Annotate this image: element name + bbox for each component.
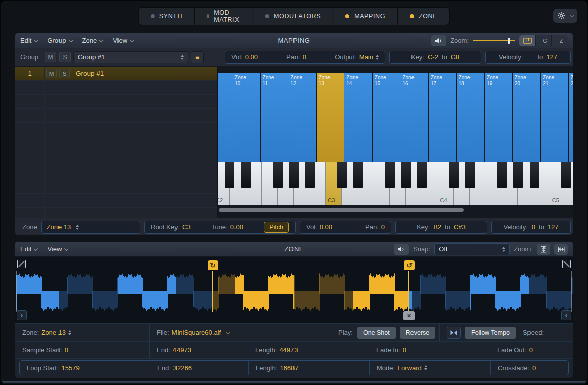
file-menu[interactable]: File:MiniSquare60.aif [157, 329, 229, 336]
piano-black-key[interactable] [465, 162, 475, 188]
piano-black-key[interactable] [513, 162, 523, 188]
loop-mode-dropdown[interactable]: Mode:Forward [377, 364, 427, 372]
group-pan-field[interactable]: Pan:0 [286, 53, 306, 61]
piano-black-key[interactable] [385, 162, 395, 188]
piano-black-key[interactable] [289, 162, 299, 188]
menu-edit[interactable]: Edit [20, 37, 37, 44]
group-row-empty[interactable] [15, 81, 217, 95]
zone-vel-high-field[interactable]: 127 [548, 223, 559, 231]
loop-end-line[interactable] [408, 271, 409, 312]
piano-black-key[interactable] [497, 162, 507, 188]
zone-strip[interactable]: Zone 22 [569, 73, 573, 162]
zone-select-dropdown[interactable]: Zone 13 [41, 221, 140, 234]
tab-synth[interactable]: SYNTH [139, 8, 195, 25]
zone-key-low-field[interactable]: B2 [433, 223, 441, 231]
zone-tune-field[interactable]: Tune:0.00 [211, 223, 243, 231]
settings-menu-button[interactable] [553, 9, 577, 23]
tab-mapping[interactable]: MAPPING [333, 8, 398, 25]
group-row-empty[interactable] [15, 123, 217, 137]
piano-black-key[interactable] [305, 162, 315, 188]
loop-length-field[interactable]: Length:16687 [256, 364, 299, 372]
pitch-toggle-button[interactable]: Pitch [264, 222, 289, 233]
sample-start-field[interactable]: Sample Start:0 [22, 346, 68, 354]
menu-group[interactable]: Group [47, 37, 72, 44]
snap-dropdown[interactable]: Off [434, 243, 510, 255]
zone-strip[interactable]: Zone 13 [317, 73, 344, 162]
zone-strip[interactable]: Zone 16 [400, 73, 428, 162]
audition-button[interactable] [394, 244, 409, 255]
fade-out-field[interactable]: Fade Out:0 [497, 346, 533, 354]
fade-out-handle[interactable] [562, 260, 571, 268]
zone-volume-field[interactable]: Vol:0.00 [306, 223, 332, 231]
piano-black-key[interactable] [241, 162, 251, 188]
zone-strip[interactable]: Zone 20 [513, 73, 541, 162]
group-row[interactable]: 1MSGroup #1 [15, 67, 217, 81]
tab-zone[interactable]: ZONE [398, 8, 449, 25]
piano-black-key[interactable] [401, 162, 411, 188]
slider-handle[interactable] [508, 38, 510, 44]
zone-key-high-field[interactable]: C#3 [454, 223, 466, 231]
clear-loop-button[interactable]: × [403, 311, 415, 320]
loop-start-handle[interactable]: ↻ [208, 260, 218, 270]
zone-strip[interactable]: Zone 21 [541, 73, 568, 162]
tab-modulators[interactable]: MODULATORS [253, 8, 333, 25]
piano-black-key[interactable] [353, 162, 363, 188]
group-row-empty[interactable] [15, 109, 217, 123]
zone-strip[interactable]: Zone 19 [485, 73, 512, 162]
one-shot-button[interactable]: One Shot [357, 327, 396, 339]
menu-zone[interactable]: Zone [82, 37, 103, 44]
sample-length-field[interactable]: Length:44973 [255, 346, 298, 354]
scroll-right-button[interactable]: ‹ [561, 310, 571, 320]
zone-strip[interactable]: Zone 12 [288, 73, 316, 162]
loop-start-line[interactable] [212, 271, 213, 312]
piano-black-key[interactable] [449, 162, 459, 188]
loop-crossfade-button[interactable] [447, 327, 461, 339]
zone-strip[interactable]: Zone 11 [261, 73, 288, 162]
follow-tempo-button[interactable]: Follow Tempo [465, 327, 516, 339]
group-row-empty[interactable] [15, 165, 217, 179]
group-key-low-field[interactable]: C-2 [428, 53, 438, 61]
loop-end-field[interactable]: End:32266 [157, 364, 192, 372]
group-row-empty[interactable] [15, 179, 217, 194]
group-output-dropdown[interactable]: Output:Main [335, 53, 379, 61]
zone-pan-field[interactable]: Pan:0 [365, 223, 385, 231]
piano-black-key[interactable] [225, 162, 234, 188]
zone-vel-low-field[interactable]: 0 [532, 223, 535, 231]
menu-view[interactable]: View [113, 37, 133, 44]
zone-root-key-field[interactable]: Root Key:C3 [151, 223, 191, 231]
group-select-dropdown[interactable]: Group #1 [73, 51, 188, 63]
group-volume-field[interactable]: Vol:0.00 [231, 53, 258, 61]
group-list-menu-button[interactable]: ≡ [191, 51, 204, 63]
sample-end-marker[interactable] [571, 271, 572, 312]
group-vel-high-field[interactable]: 127 [546, 53, 557, 61]
tab-mod-matrix[interactable]: MOD MATRIX [195, 8, 253, 25]
piano-black-key[interactable] [561, 162, 571, 188]
group-row-empty[interactable] [15, 95, 217, 109]
menu-edit[interactable]: Edit [20, 245, 37, 253]
piano-black-key[interactable] [337, 162, 347, 188]
group-solo-button[interactable]: S [59, 52, 71, 62]
group-row-empty[interactable] [15, 137, 217, 151]
piano-black-key[interactable] [530, 162, 539, 188]
group-mute-button[interactable]: M [45, 52, 56, 62]
group-row-mute-button[interactable]: M [46, 69, 57, 78]
zone-strip[interactable]: Zone 17 [429, 73, 456, 162]
crossfade-field[interactable]: Crossfade:0 [498, 364, 536, 372]
piano-black-key[interactable] [417, 162, 427, 188]
keyboard-view-button[interactable] [519, 35, 536, 46]
zone-strip[interactable]: Zone 9 [218, 73, 232, 162]
sample-end-field[interactable]: End:44973 [157, 346, 191, 354]
menu-view[interactable]: View [47, 245, 68, 253]
scroll-left-button[interactable]: › [17, 310, 27, 320]
audition-button[interactable] [431, 35, 446, 46]
group-row-solo-button[interactable]: S [59, 69, 70, 78]
loop-end-handle[interactable]: ↺ [404, 260, 415, 270]
loop-start-field[interactable]: Loop Start:15579 [27, 364, 80, 372]
mapping-zoom-slider[interactable] [473, 37, 515, 44]
zone-strip[interactable]: Zone 14 [344, 73, 372, 162]
piano-black-key[interactable] [273, 162, 283, 188]
zone-strip[interactable]: Zone 18 [457, 73, 485, 162]
zone-view-button[interactable]: ≡Z [552, 35, 568, 46]
group-key-high-field[interactable]: G8 [451, 53, 459, 61]
zone-strip[interactable]: Zone 15 [373, 73, 400, 162]
